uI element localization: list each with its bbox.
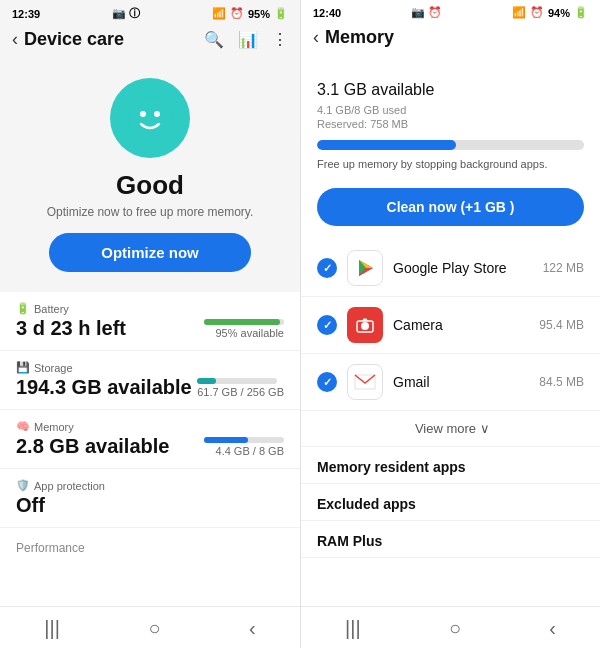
storage-card: 💾 Storage 194.3 GB available 61.7 GB / 2… [0,351,300,410]
right-alarm-icon: ⏰ [530,6,544,19]
left-nav-title: Device care [24,29,204,50]
left-battery: 95% [248,8,270,20]
app-protection-card: 🛡️ App protection Off [0,469,300,528]
search-icon[interactable]: 🔍 [204,30,224,49]
gmail-checkbox[interactable] [317,372,337,392]
nav-back-icon[interactable]: ‹ [249,617,256,640]
left-alarm-icon: ⏰ [230,7,244,20]
memory-label-icon: 🧠 [16,420,30,433]
chevron-down-icon: ∨ [480,421,490,436]
storage-progress [197,378,277,384]
battery-label-icon: 🔋 [16,302,30,315]
left-bottom-nav: ||| ○ ‹ [0,606,300,648]
battery-progress [204,319,284,325]
performance-section: Performance [0,528,300,560]
play-store-icon [347,250,383,286]
right-panel: 12:40 📷 ⏰ 📶 ⏰ 94% 🔋 ‹ Memory 3.1 GB avai… [300,0,600,648]
svg-point-2 [154,111,160,117]
gmail-icon [347,364,383,400]
app-protection-label: App protection [34,480,105,492]
battery-card: 🔋 Battery 3 d 23 h left 95% available [0,292,300,351]
right-status-bar: 12:40 📷 ⏰ 📶 ⏰ 94% 🔋 [301,0,600,23]
right-bottom-nav: ||| ○ ‹ [301,606,600,648]
right-nav-home-icon[interactable]: ○ [449,617,461,640]
app-list: Google Play Store 122 MB Camera 95.4 MB … [301,240,600,558]
performance-label: Performance [16,541,85,555]
memory-sub: 4.4 GB / 8 GB [204,445,284,457]
memory-tip: Free up memory by stopping background ap… [317,158,584,170]
svg-point-1 [140,111,146,117]
app-item-gmail[interactable]: Gmail 84.5 MB [301,354,600,411]
play-store-checkbox[interactable] [317,258,337,278]
smiley-icon [110,78,190,158]
nav-home-icon[interactable]: ○ [148,617,160,640]
battery-value: 3 d 23 h left [16,317,126,340]
left-battery-icon: 🔋 [274,7,288,20]
memory-progress-fill [317,140,456,150]
left-panel: 12:39 📷 ⓘ 📶 ⏰ 95% 🔋 ‹ Device care 🔍 📊 ⋮ [0,0,300,648]
right-status-icons: 📷 ⏰ [411,6,442,19]
app-protection-value: Off [16,494,284,517]
memory-progress [204,437,284,443]
cards-section: 🔋 Battery 3 d 23 h left 95% available 💾 … [0,292,300,606]
right-nav-menu-icon[interactable]: ||| [345,617,361,640]
svg-point-0 [128,96,172,140]
camera-name: Camera [393,317,539,333]
chart-icon[interactable]: 📊 [238,30,258,49]
right-back-arrow[interactable]: ‹ [313,27,319,48]
storage-progress-fill [197,378,216,384]
hero-subtitle: Optimize now to free up more memory. [47,205,254,219]
more-icon[interactable]: ⋮ [272,30,288,49]
right-battery: 94% [548,7,570,19]
app-item-play-store[interactable]: Google Play Store 122 MB [301,240,600,297]
play-store-size: 122 MB [543,261,584,275]
left-wifi-icon: 📶 [212,7,226,20]
section-excluded-apps: Excluded apps [301,484,600,521]
left-back-arrow[interactable]: ‹ [12,29,18,50]
memory-card: 🧠 Memory 2.8 GB available 4.4 GB / 8 GB [0,410,300,469]
right-battery-icon: 🔋 [574,6,588,19]
hero-title: Good [116,170,184,201]
right-time: 12:40 [313,7,341,19]
app-item-camera[interactable]: Camera 95.4 MB [301,297,600,354]
memory-detail2: Reserved: 758 MB [317,118,584,130]
memory-progress-fill [204,437,248,443]
battery-sub: 95% available [204,327,284,339]
memory-value: 2.8 GB available [16,435,169,458]
section-ram-plus: RAM Plus [301,521,600,558]
memory-label: Memory [34,421,74,433]
right-nav-title: Memory [325,27,588,48]
gmail-size: 84.5 MB [539,375,584,389]
camera-size: 95.4 MB [539,318,584,332]
gmail-name: Gmail [393,374,539,390]
left-nav-icons: 🔍 📊 ⋮ [204,30,288,49]
memory-detail1: 4.1 GB/8 GB used [317,104,584,116]
left-time: 12:39 [12,8,40,20]
svg-point-7 [361,322,369,330]
view-more-label: View more [415,421,476,436]
section-memory-resident: Memory resident apps [301,447,600,484]
battery-label: Battery [34,303,69,315]
camera-icon [347,307,383,343]
storage-label: Storage [34,362,73,374]
nav-menu-icon[interactable]: ||| [44,617,60,640]
left-status-icons: 📷 ⓘ [112,6,140,21]
right-wifi-icon: 📶 [512,6,526,19]
left-top-nav: ‹ Device care 🔍 📊 ⋮ [0,25,300,58]
storage-label-icon: 💾 [16,361,30,374]
play-store-name: Google Play Store [393,260,543,276]
view-more-row[interactable]: View more ∨ [301,411,600,447]
storage-value: 194.3 GB available [16,376,192,399]
storage-sub: 61.7 GB / 256 GB [197,386,284,398]
left-status-bar: 12:39 📷 ⓘ 📶 ⏰ 95% 🔋 [0,0,300,25]
shield-icon: 🛡️ [16,479,30,492]
clean-now-button[interactable]: Clean now (+1 GB ) [317,188,584,226]
memory-progress-bar [317,140,584,150]
right-nav-back-icon[interactable]: ‹ [549,617,556,640]
memory-gb-value: 3.1 GB available [317,70,434,101]
hero-section: Good Optimize now to free up more memory… [0,58,300,288]
camera-checkbox[interactable] [317,315,337,335]
battery-progress-fill [204,319,280,325]
optimize-button[interactable]: Optimize now [49,233,251,272]
memory-summary: 3.1 GB available 4.1 GB/8 GB used Reserv… [301,56,600,188]
